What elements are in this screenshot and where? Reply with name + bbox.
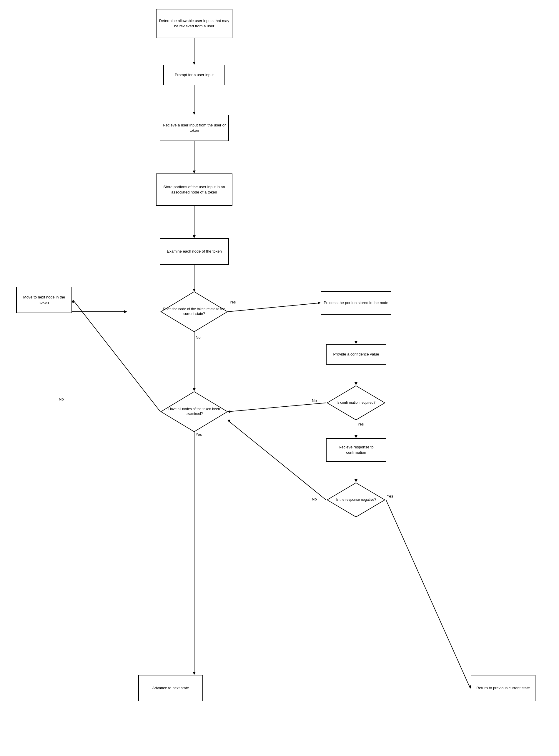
response-negative-diamond-container: Is the response negative? (327, 482, 385, 518)
no1-label: No (196, 335, 201, 340)
svg-marker-22 (355, 341, 357, 344)
svg-marker-20 (193, 672, 196, 675)
confidence-label: Provide a confidence value (333, 352, 379, 357)
prompt-label: Prompt for a user input (175, 72, 214, 78)
return-state-box: Return to previous current state (471, 675, 535, 701)
store-box: Store portions of the user input in an a… (156, 173, 232, 206)
svg-marker-18 (124, 310, 127, 313)
determine-box: Determine allowable user inputs that may… (156, 9, 232, 38)
svg-marker-28 (355, 435, 357, 438)
no4-label: No (312, 497, 317, 501)
response-negative-diamond-svg (327, 482, 385, 518)
confirmation-diamond-svg (327, 385, 385, 421)
examine-label: Examine each node of the token (167, 249, 222, 254)
yes1-label: Yes (229, 300, 236, 304)
receive-response-box: Recieve response to confrmation (326, 438, 386, 462)
advance-box: Advance to next state (138, 675, 203, 701)
determine-label: Determine allowable user inputs that may… (159, 18, 229, 29)
node-relate-diamond-svg (160, 291, 228, 332)
svg-marker-7 (193, 235, 196, 238)
no3-label: No (312, 398, 317, 403)
receive-response-label: Recieve response to confrmation (329, 445, 383, 455)
all-nodes-diamond-svg (160, 391, 228, 432)
svg-marker-24 (355, 382, 357, 385)
confirmation-diamond-container: Is confirmation required? (327, 385, 385, 421)
move-next-label: Move to next node in the token (19, 294, 69, 305)
return-state-label: Return to previous current state (476, 685, 530, 691)
svg-marker-38 (327, 483, 385, 517)
svg-marker-1 (193, 62, 196, 65)
process-box: Process the portion stored in the node (321, 291, 391, 315)
svg-marker-11 (318, 301, 321, 304)
yes4-label: Yes (387, 494, 393, 498)
no2-label: No (59, 397, 64, 401)
receive-box: Recieve a user input from the user or to… (160, 115, 229, 141)
yes2-label: Yes (196, 432, 202, 437)
svg-marker-37 (327, 386, 385, 420)
svg-marker-3 (193, 112, 196, 115)
svg-line-25 (228, 403, 326, 412)
move-next-box: Move to next node in the token (16, 287, 72, 313)
svg-line-14 (73, 300, 160, 412)
svg-marker-35 (161, 292, 227, 332)
flow-lines (0, 0, 559, 756)
examine-box: Examine each node of the token (160, 238, 229, 265)
process-label: Process the portion stored in the node (323, 300, 388, 306)
svg-line-33 (386, 500, 470, 688)
all-nodes-diamond-container: Have all nodes of the token been examine… (160, 391, 228, 432)
svg-marker-36 (161, 392, 227, 432)
prompt-box: Prompt for a user input (163, 65, 225, 85)
flowchart: Determine allowable user inputs that may… (0, 0, 559, 756)
advance-label: Advance to next state (152, 685, 189, 691)
svg-marker-13 (193, 388, 196, 391)
svg-line-10 (228, 303, 320, 312)
receive-label: Recieve a user input from the user or to… (163, 123, 226, 133)
store-label: Store portions of the user input in an a… (159, 184, 229, 195)
svg-marker-30 (355, 479, 357, 482)
confidence-box: Provide a confidence value (326, 344, 386, 364)
yes3-label: Yes (357, 422, 364, 426)
node-relate-diamond-container: Does the node of the token relate to the… (160, 291, 228, 332)
svg-line-31 (228, 421, 326, 500)
svg-marker-5 (193, 170, 196, 173)
